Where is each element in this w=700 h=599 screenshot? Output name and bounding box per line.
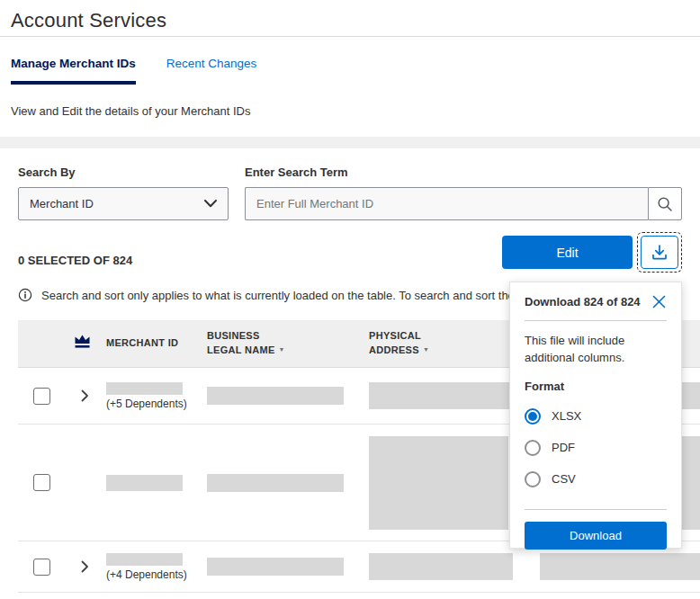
merchant-id-cell: [106, 475, 207, 491]
download-icon: [650, 243, 669, 262]
redacted-physical-address: [369, 553, 513, 580]
download-popup: Download 824 of 824 This file will inclu…: [509, 282, 682, 549]
download-button-focus-ring: [637, 232, 682, 273]
radio-button-icon: [525, 471, 541, 487]
selected-count: 0 SELECTED OF 824: [18, 254, 132, 267]
search-section: Search By Enter Search Term Merchant ID: [0, 148, 700, 220]
account-services-page: Account Services Manage Merchant IDs Rec…: [0, 0, 700, 599]
popup-divider: [525, 320, 667, 321]
redacted-merchant-id: [106, 553, 183, 566]
merchant-id-cell: (+5 Dependents): [106, 382, 207, 410]
redacted-merchant-id: [106, 382, 183, 395]
search-icon: [657, 196, 673, 212]
business-legal-name-cell: [207, 387, 369, 405]
download-popup-description: This file will include additional column…: [525, 333, 667, 367]
info-text: Search and sort only applies to what is …: [41, 288, 547, 302]
search-by-value: Merchant ID: [30, 197, 94, 210]
info-icon: [18, 288, 32, 302]
popup-download-button[interactable]: Download: [525, 522, 667, 550]
redacted-business-name: [207, 474, 344, 492]
redacted-extra-column: [540, 553, 700, 580]
tab-manage-merchant-ids[interactable]: Manage Merchant IDs: [11, 57, 136, 85]
dependents-label: (+4 Dependents): [106, 568, 207, 581]
radio-button-icon: [525, 408, 541, 425]
search-button[interactable]: [648, 187, 682, 220]
row-checkbox[interactable]: [33, 388, 50, 405]
sort-caret-icon: ▼: [279, 346, 285, 353]
sort-caret-icon: ▼: [423, 346, 429, 353]
column-header-merchant-id: MERCHANT ID: [106, 336, 207, 351]
format-option-xlsx[interactable]: XLSX: [525, 408, 667, 425]
table-toolbar: 0 SELECTED OF 824 Edit: [18, 232, 682, 273]
redacted-physical-address: [369, 382, 513, 409]
tab-bar: Manage Merchant IDs Recent Changes: [11, 57, 700, 85]
page-title: Account Services: [11, 9, 689, 32]
section-divider: [0, 137, 700, 148]
page-header: Account Services: [0, 0, 700, 37]
search-input-group: [245, 187, 682, 220]
chevron-down-icon: [204, 200, 217, 208]
row-checkbox[interactable]: [33, 559, 50, 576]
dependents-label: (+5 Dependents): [106, 398, 207, 410]
download-popup-title: Download 824 of 824: [525, 295, 641, 308]
business-legal-name-cell: [207, 558, 369, 576]
row-expander-chevron-icon[interactable]: [74, 389, 95, 402]
page-subtitle: View and Edit the details of your Mercha…: [11, 104, 700, 118]
radio-button-icon: [525, 440, 541, 456]
download-button[interactable]: [641, 236, 678, 269]
row-checkbox[interactable]: [33, 474, 50, 491]
format-option-csv[interactable]: CSV: [525, 471, 667, 487]
column-header-business-legal-name[interactable]: BUSINESS LEGAL NAME▼: [207, 329, 369, 358]
physical-address-cell: [369, 553, 700, 580]
popup-divider: [525, 509, 667, 510]
tab-recent-changes[interactable]: Recent Changes: [166, 57, 257, 85]
redacted-business-name: [207, 558, 344, 576]
row-expander-chevron-icon[interactable]: [74, 560, 95, 573]
redacted-merchant-id: [106, 475, 183, 491]
search-by-select[interactable]: Merchant ID: [18, 187, 229, 220]
format-option-pdf[interactable]: PDF: [525, 440, 667, 456]
redacted-business-name: [207, 387, 344, 405]
search-by-label: Search By: [18, 165, 245, 179]
business-legal-name-cell: [207, 474, 369, 492]
edit-button[interactable]: Edit: [502, 236, 633, 269]
search-input[interactable]: [245, 187, 648, 220]
search-term-label: Enter Search Term: [245, 165, 348, 179]
redacted-physical-address: [369, 436, 508, 530]
format-label: Format: [525, 380, 667, 393]
merchant-id-cell: (+4 Dependents): [106, 553, 207, 581]
close-icon[interactable]: [651, 294, 667, 309]
crown-icon: [68, 334, 106, 353]
